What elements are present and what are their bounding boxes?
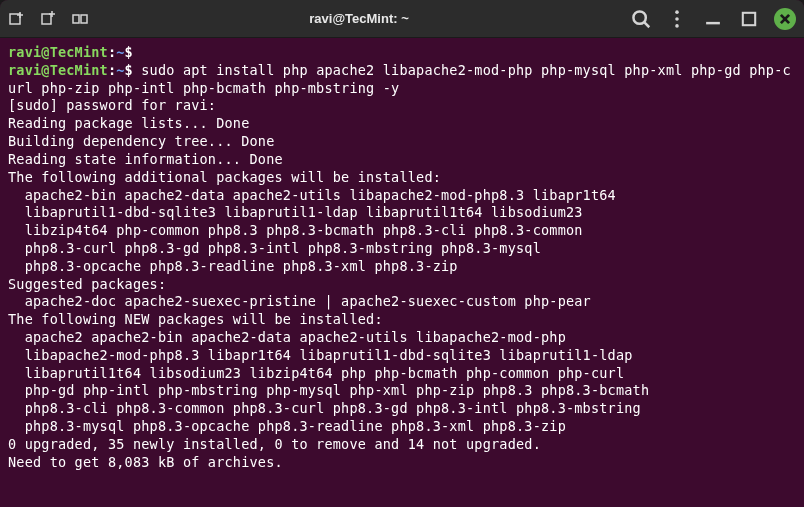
output-line: php-gd php-intl php-mbstring php-mysql p… xyxy=(8,382,796,400)
output-line: Building dependency tree... Done xyxy=(8,133,796,151)
svg-rect-3 xyxy=(42,14,51,24)
search-icon[interactable] xyxy=(630,8,652,30)
output-line: Reading state information... Done xyxy=(8,151,796,169)
svg-rect-14 xyxy=(743,12,755,24)
new-tab-icon[interactable] xyxy=(8,11,24,27)
svg-rect-7 xyxy=(81,15,87,23)
output-line: php8.3-opcache php8.3-readline php8.3-xm… xyxy=(8,258,796,276)
titlebar-right-controls xyxy=(630,8,796,30)
output-line: 0 upgraded, 35 newly installed, 0 to rem… xyxy=(8,436,796,454)
output-line: apache2 apache2-bin apache2-data apache2… xyxy=(8,329,796,347)
output-line: libaprutil1-dbd-sqlite3 libaprutil1-ldap… xyxy=(8,204,796,222)
maximize-button[interactable] xyxy=(738,8,760,30)
prompt-user: ravi@TecMint xyxy=(8,62,108,78)
terminal-body[interactable]: ravi@TecMint:~$ ravi@TecMint:~$ sudo apt… xyxy=(0,38,804,507)
output-line: The following additional packages will b… xyxy=(8,169,796,187)
output-line: apache2-bin apache2-data apache2-utils l… xyxy=(8,187,796,205)
output-line: php8.3-curl php8.3-gd php8.3-intl php8.3… xyxy=(8,240,796,258)
svg-line-9 xyxy=(644,22,649,27)
minimize-button[interactable] xyxy=(702,8,724,30)
output-line: Need to get 8,083 kB of archives. xyxy=(8,454,796,472)
svg-point-12 xyxy=(675,24,679,28)
new-window-icon[interactable] xyxy=(40,11,56,27)
prompt-user: ravi@TecMint xyxy=(8,44,108,60)
prompt-path: ~ xyxy=(116,62,124,78)
titlebar: ravi@TecMint: ~ xyxy=(0,0,804,38)
titlebar-left-controls xyxy=(8,11,88,27)
output-line: Reading package lists... Done xyxy=(8,115,796,133)
prompt-symbol: $ xyxy=(125,44,133,60)
output-line: Suggested packages: xyxy=(8,276,796,294)
output-line: php8.3-mysql php8.3-opcache php8.3-readl… xyxy=(8,418,796,436)
svg-point-11 xyxy=(675,17,679,21)
prompt-line-empty: ravi@TecMint:~$ xyxy=(8,44,796,62)
output-line: libapache2-mod-php8.3 libapr1t64 libapru… xyxy=(8,347,796,365)
output-line: php8.3-cli php8.3-common php8.3-curl php… xyxy=(8,400,796,418)
close-button[interactable] xyxy=(774,8,796,30)
output-line: [sudo] password for ravi: xyxy=(8,97,796,115)
menu-icon[interactable] xyxy=(666,8,688,30)
output-line: libzip4t64 php-common php8.3 php8.3-bcma… xyxy=(8,222,796,240)
split-icon[interactable] xyxy=(72,11,88,27)
output-container: [sudo] password for ravi:Reading package… xyxy=(8,97,796,471)
svg-point-10 xyxy=(675,10,679,14)
svg-point-8 xyxy=(633,11,645,23)
output-line: libaprutil1t64 libsodium23 libzip4t64 ph… xyxy=(8,365,796,383)
svg-rect-6 xyxy=(73,15,79,23)
prompt-symbol: $ xyxy=(125,62,133,78)
prompt-line-command: ravi@TecMint:~$ sudo apt install php apa… xyxy=(8,62,796,98)
prompt-path: ~ xyxy=(116,44,124,60)
terminal-window: ravi@TecMint: ~ xyxy=(0,0,804,507)
window-title: ravi@TecMint: ~ xyxy=(88,11,630,26)
output-line: apache2-doc apache2-suexec-pristine | ap… xyxy=(8,293,796,311)
output-line: The following NEW packages will be insta… xyxy=(8,311,796,329)
